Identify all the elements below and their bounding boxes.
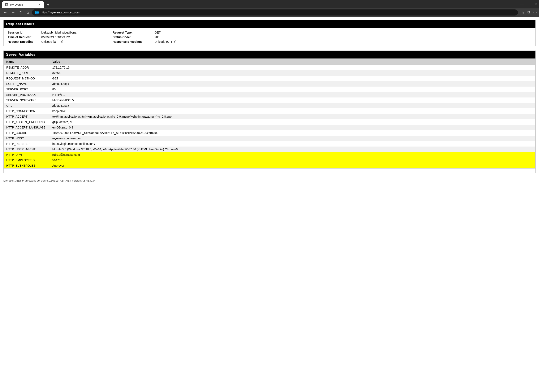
server-variables-section: Server Variables Name Value REMOTE_ADDR1… xyxy=(3,51,536,173)
var-name: HTTP_CONNECTION xyxy=(4,108,50,114)
var-value: GET xyxy=(50,76,535,81)
browser-tab[interactable]: ▣ My Events ✕ xyxy=(2,1,44,8)
status-code-value: 200 xyxy=(153,35,533,39)
table-row: Session Id: kiekszqbh3dydnpiogvjbvna Req… xyxy=(6,30,533,35)
table-header-row: Name Value xyxy=(4,59,535,65)
url-https: https:// xyxy=(41,11,49,14)
var-name: HTTP_ACCEPT xyxy=(4,114,50,119)
var-name: REMOTE_ADDR xyxy=(4,65,50,70)
footer: Microsoft .NET Framework Version:4.0.303… xyxy=(3,177,536,182)
var-value: keep-alive xyxy=(50,108,535,114)
close-button[interactable]: ✕ xyxy=(534,2,537,6)
var-value: https://login.microsoftonline.com/ xyxy=(50,141,535,147)
var-value: HTTP/1.1 xyxy=(50,92,535,97)
url-domain: myevents.contoso.com xyxy=(49,11,79,14)
table-row: Time of Request: 8/23/2021 1:48:29 PM St… xyxy=(6,35,533,39)
table-row: SERVER_PROTOCOLHTTP/1.1 xyxy=(4,92,535,97)
var-value: TIN=297000; LastMRH_Session=a16276ee; F5… xyxy=(50,130,535,136)
status-code-label: Status Code: xyxy=(111,35,153,39)
table-row: REMOTE_PORT32656 xyxy=(4,70,535,76)
table-row: HTTP_COOKIETIN=297000; LastMRH_Session=a… xyxy=(4,130,535,136)
table-row: REQUEST_METHODGET xyxy=(4,76,535,81)
favorites-icon[interactable]: ☆ xyxy=(521,10,525,15)
time-label: Time of Request: xyxy=(6,35,40,39)
tab-icon: ▣ xyxy=(5,3,8,6)
var-name: HTTP_ACCEPT_LANGUAGE xyxy=(4,125,50,130)
tab-close-button[interactable]: ✕ xyxy=(38,3,41,7)
request-type-label: Request Type: xyxy=(111,30,153,35)
var-value: text/html,application/xhtml+xml,applicat… xyxy=(50,114,535,119)
var-name: REQUEST_METHOD xyxy=(4,76,50,81)
var-value: 172.16.76.16 xyxy=(50,65,535,70)
var-value: Approver xyxy=(50,163,535,168)
table-row: HTTP_ACCEPT_LANGUAGEen-GB,en;q=0.9 xyxy=(4,125,535,130)
request-details-body: Session Id: kiekszqbh3dydnpiogvjbvna Req… xyxy=(4,28,535,46)
var-value: ruby.a@contoso.com xyxy=(50,152,535,158)
var-name: SERVER_PORT xyxy=(4,86,50,92)
var-value: 80 xyxy=(50,86,535,92)
var-name: HTTP_UPN xyxy=(4,152,50,158)
server-variables-table: Name Value REMOTE_ADDR172.16.76.16REMOTE… xyxy=(4,58,535,168)
new-tab-button[interactable]: + xyxy=(45,1,52,8)
back-button[interactable]: ← xyxy=(2,10,8,15)
var-name: URL xyxy=(4,103,50,108)
address-bar[interactable]: 🌐 https://myevents.contoso.com xyxy=(32,10,518,15)
var-name: HTTP_HOST xyxy=(4,136,50,141)
menu-icon[interactable]: ⋯ xyxy=(533,10,537,15)
response-encoding-value: Unicode (UTF-8) xyxy=(153,39,533,44)
table-row: URL/default.aspx xyxy=(4,103,535,108)
table-row: HTTP_HOSTmyevents.contoso.com xyxy=(4,136,535,141)
var-name: SERVER_SOFTWARE xyxy=(4,97,50,103)
globe-icon: 🌐 xyxy=(35,10,39,14)
nav-bar: ← → ↻ ⌂ 🌐 https://myevents.contoso.com ☆… xyxy=(0,8,539,17)
var-name: HTTP_EVENTROLES xyxy=(4,163,50,168)
browser-chrome: ▣ My Events ✕ + — □ ✕ ← → ↻ ⌂ 🌐 https://… xyxy=(0,0,539,17)
var-name: HTTP_COOKIE xyxy=(4,130,50,136)
session-id-label: Session Id: xyxy=(6,30,40,35)
refresh-button[interactable]: ↻ xyxy=(18,9,24,15)
nav-icons: ☆ ⧉ ⋯ xyxy=(521,10,537,15)
page-content: Request Details Session Id: kiekszqbh3dy… xyxy=(0,17,539,186)
var-value: 564738 xyxy=(50,158,535,163)
collections-icon[interactable]: ⧉ xyxy=(527,10,530,15)
table-row: HTTP_ACCEPT_ENCODINGgzip, deflate, br xyxy=(4,119,535,125)
table-row: SERVER_PORT80 xyxy=(4,86,535,92)
var-name: HTTP_USER_AGENT xyxy=(4,147,50,152)
request-details-header: Request Details xyxy=(4,20,535,28)
server-variables-header: Server Variables xyxy=(4,51,535,58)
encoding-value: Unicode (UTF-8) xyxy=(40,39,111,44)
var-value: Microsoft-IIS/8.5 xyxy=(50,97,535,103)
tab-title: My Events xyxy=(10,3,36,6)
table-row: HTTP_CONNECTIONkeep-alive xyxy=(4,108,535,114)
var-value: 32656 xyxy=(50,70,535,76)
col-name: Name xyxy=(4,59,50,65)
var-value: myevents.contoso.com xyxy=(50,136,535,141)
table-row: REMOTE_ADDR172.16.76.16 xyxy=(4,65,535,70)
time-value: 8/23/2021 1:48:29 PM xyxy=(40,35,111,39)
table-row: SCRIPT_NAME/default.aspx xyxy=(4,81,535,86)
var-value: en-GB,en;q=0.9 xyxy=(50,125,535,130)
table-row: HTTP_USER_AGENTMozilla/5.0 (Windows NT 1… xyxy=(4,147,535,152)
table-row: HTTP_REFERERhttps://login.microsoftonlin… xyxy=(4,141,535,147)
var-value: /default.aspx xyxy=(50,103,535,108)
minimize-button[interactable]: — xyxy=(520,2,524,6)
address-url[interactable]: https://myevents.contoso.com xyxy=(41,11,515,14)
var-name: SERVER_PROTOCOL xyxy=(4,92,50,97)
var-name: REMOTE_PORT xyxy=(4,70,50,76)
var-value: Mozilla/5.0 (Windows NT 10.0; Win64; x64… xyxy=(50,147,535,152)
response-encoding-label: Response Encoding: xyxy=(111,39,153,44)
table-row: HTTP_EVENTROLESApprover xyxy=(4,163,535,168)
restore-button[interactable]: □ xyxy=(528,2,530,6)
table-row: HTTP_UPNruby.a@contoso.com xyxy=(4,152,535,158)
forward-button[interactable]: → xyxy=(10,10,16,15)
table-row: SERVER_SOFTWAREMicrosoft-IIS/8.5 xyxy=(4,97,535,103)
col-value: Value xyxy=(50,59,535,65)
title-bar: ▣ My Events ✕ + — □ ✕ xyxy=(0,0,539,8)
home-button[interactable]: ⌂ xyxy=(25,10,30,15)
encoding-label: Request Encoding: xyxy=(6,39,40,44)
var-name: HTTP_ACCEPT_ENCODING xyxy=(4,119,50,125)
request-details-table: Session Id: kiekszqbh3dydnpiogvjbvna Req… xyxy=(6,30,533,44)
session-id-value: kiekszqbh3dydnpiogvjbvna xyxy=(40,30,111,35)
var-name: HTTP_REFERER xyxy=(4,141,50,147)
request-details-section: Request Details Session Id: kiekszqbh3dy… xyxy=(3,20,536,46)
